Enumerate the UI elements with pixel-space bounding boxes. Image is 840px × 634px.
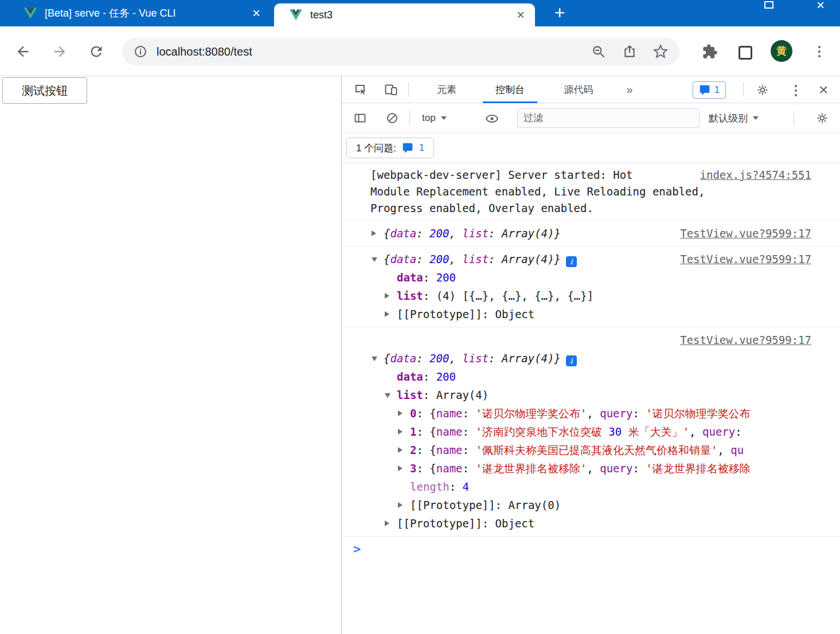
- console-text: 4: [463, 480, 469, 493]
- console-text: qu: [730, 444, 744, 456]
- side-panel-icon[interactable]: [739, 46, 752, 60]
- console-text: : {: [416, 425, 436, 438]
- console-text: data: [390, 352, 416, 365]
- log-level-selector[interactable]: 默认级别: [709, 103, 759, 133]
- expand-arrow-icon[interactable]: [385, 311, 389, 317]
- window-close-button[interactable]: ×: [806, 0, 835, 11]
- console-row: Module Replacement enabled, Live Reloadi…: [342, 183, 840, 200]
- console-text: [[Prototype]]: [397, 308, 482, 320]
- console-text: '济南趵突泉地下水位突破: [475, 425, 608, 438]
- console-text: list: [397, 389, 423, 401]
- info-icon[interactable]: i: [566, 355, 577, 366]
- context-selector[interactable]: top: [422, 103, 447, 133]
- expand-arrow-icon[interactable]: [398, 447, 403, 453]
- content-area: 测试按钮 元素 控制台 源代码 » 1: [0, 76, 840, 634]
- console-row: [[Prototype]]: Array(0): [342, 496, 840, 514]
- forward-icon[interactable]: [52, 44, 68, 60]
- devtools-menu-icon[interactable]: [795, 89, 797, 92]
- vue-logo-icon: [290, 9, 302, 21]
- console-text: {: [384, 253, 390, 265]
- tab-elements[interactable]: 元素: [427, 76, 467, 103]
- devtools-close-icon[interactable]: ×: [819, 76, 828, 103]
- console-row: 1: {name: '济南趵突泉地下水位突破 30 米「大关」', query:: [342, 422, 840, 441]
- console-filter-input[interactable]: [517, 108, 700, 128]
- browser-menu-icon[interactable]: [818, 50, 821, 53]
- window-restore-button[interactable]: [756, 0, 782, 11]
- collapse-arrow-icon[interactable]: [372, 257, 377, 262]
- zoom-icon[interactable]: [591, 44, 606, 59]
- console-text: :: [482, 517, 495, 530]
- back-icon[interactable]: [15, 44, 31, 60]
- console-text: query: [702, 425, 735, 438]
- devtools-tabbar: 元素 控制台 源代码 » 1 ×: [342, 76, 840, 103]
- console-row: 0: {name: '诺贝尔物理学奖公布', query: '诺贝尔物理学奖公布: [342, 404, 840, 422]
- clear-console-icon[interactable]: [385, 111, 399, 125]
- source-link[interactable]: TestView.vue?9599:17: [680, 224, 811, 242]
- device-toolbar-icon[interactable]: [384, 83, 398, 96]
- console-text: :: [489, 352, 502, 365]
- issue-count: 1: [419, 143, 424, 153]
- url-text[interactable]: localhost:8080/test: [157, 45, 252, 58]
- issues-notification[interactable]: 1 个问题: 1: [346, 138, 434, 158]
- console-text: Array(0): [509, 499, 561, 511]
- tab-test3[interactable]: test3 ×: [274, 3, 535, 26]
- expand-arrow-icon[interactable]: [385, 520, 389, 526]
- console-settings-gear-icon[interactable]: [815, 111, 829, 125]
- inspect-element-icon[interactable]: [353, 83, 367, 96]
- tab-sources[interactable]: 源代码: [553, 76, 604, 103]
- source-link[interactable]: index.js?4574:551: [700, 167, 811, 183]
- collapse-arrow-icon[interactable]: [385, 393, 390, 398]
- expand-arrow-icon[interactable]: [398, 465, 403, 471]
- tab-strip: [Beta] serve - 任务 - Vue CLI × test3 × + …: [0, 0, 840, 26]
- collapse-arrow-icon[interactable]: [372, 357, 377, 361]
- console-row: {data: 200, list: Array(4)}i: [342, 349, 840, 367]
- source-link[interactable]: TestView.vue?9599:17: [680, 331, 811, 349]
- expand-arrow-icon[interactable]: [385, 293, 389, 299]
- console-text: :: [632, 407, 646, 420]
- console-text: '诺贝尔物理学奖公布': [475, 407, 587, 420]
- console-prompt[interactable]: >: [342, 537, 840, 561]
- console-text: {: [384, 227, 390, 240]
- console-text: list: [462, 352, 489, 365]
- profile-avatar[interactable]: 黄: [771, 40, 792, 62]
- console-text: '诺贝尔物理学奖公布: [646, 407, 750, 420]
- console-output: [webpack-dev-server] Server started: Hot…: [342, 163, 840, 537]
- console-text: '谌龙世界排名被移除: [646, 462, 750, 475]
- console-sidebar-icon[interactable]: [353, 111, 367, 125]
- issues-label: 1 个问题:: [356, 142, 396, 155]
- more-tabs-icon[interactable]: »: [620, 76, 639, 103]
- console-text: }: [554, 352, 561, 365]
- info-icon[interactable]: i: [566, 256, 577, 267]
- console-text: {: [384, 352, 390, 365]
- expand-arrow-icon[interactable]: [372, 230, 376, 236]
- separator: [409, 111, 410, 126]
- extensions-puzzle-icon[interactable]: [702, 44, 718, 60]
- prompt-chevron-icon: >: [353, 542, 361, 556]
- new-tab-button[interactable]: +: [548, 3, 571, 23]
- close-tab-icon[interactable]: ×: [249, 6, 264, 20]
- bookmark-star-icon[interactable]: [653, 44, 668, 59]
- share-icon[interactable]: [622, 44, 637, 59]
- expand-arrow-icon[interactable]: [398, 502, 403, 508]
- console-text: :: [463, 425, 476, 438]
- console-text: Array(4): [502, 253, 554, 265]
- reload-icon[interactable]: [88, 44, 104, 60]
- console-text: length: [410, 480, 450, 493]
- console-text: 200: [436, 271, 456, 284]
- devtools-settings-gear-icon[interactable]: [756, 83, 769, 97]
- tab-console[interactable]: 控制台: [483, 76, 537, 103]
- test-button[interactable]: 测试按钮: [2, 77, 87, 104]
- source-link[interactable]: TestView.vue?9599:17: [680, 250, 811, 268]
- live-expression-eye-icon[interactable]: [485, 112, 499, 126]
- console-text: query: [600, 462, 632, 475]
- console-text: Module Replacement enabled, Live Reloadi…: [370, 185, 705, 198]
- expand-arrow-icon[interactable]: [398, 429, 403, 435]
- close-tab-icon[interactable]: ×: [513, 8, 528, 22]
- console-text: :: [495, 499, 509, 511]
- separator: [408, 82, 409, 97]
- issues-counter-button[interactable]: 1: [693, 81, 726, 99]
- site-info-icon[interactable]: [134, 45, 147, 58]
- address-bar[interactable]: localhost:8080/test: [122, 38, 679, 65]
- tab-vue-cli[interactable]: [Beta] serve - 任务 - Vue CLI ×: [0, 0, 269, 26]
- expand-arrow-icon[interactable]: [398, 410, 403, 416]
